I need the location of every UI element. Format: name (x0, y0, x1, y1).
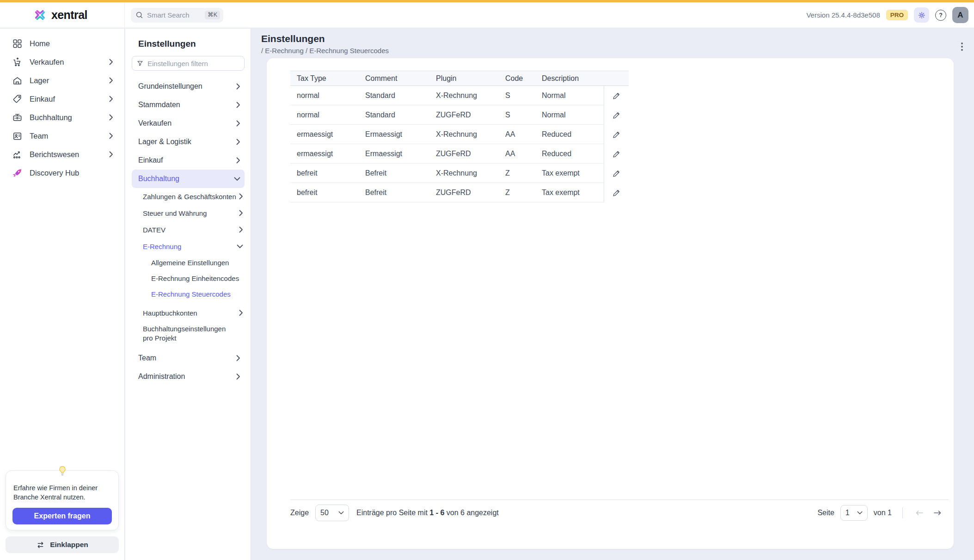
settings-nav-title: Einstellungen (138, 39, 251, 49)
cell-code: Z (505, 169, 542, 177)
cell-description: Tax exempt (542, 189, 604, 197)
settings-item-zahlungen-geschaeftskonten[interactable]: Zahlungen & Geschäftskonten (125, 188, 251, 205)
cell-tax-type: ermaessigt (297, 130, 365, 139)
sidebar-item-home[interactable]: Home (0, 34, 124, 53)
settings-item-administration[interactable]: Administration (125, 367, 251, 386)
rocket-icon (12, 168, 23, 178)
tip-card: Erfahre wie Firmen in deiner Branche Xen… (6, 470, 119, 530)
breadcrumb-e-rechnung[interactable]: / E-Rechnung (261, 47, 306, 55)
funnel-icon (137, 60, 143, 67)
cell-tax-type: normal (297, 91, 365, 100)
chevron-right-icon (239, 226, 243, 233)
search-icon (135, 11, 143, 19)
cell-code: AA (505, 130, 542, 139)
top-accent-bar (0, 0, 974, 2)
chevron-right-icon (109, 59, 113, 65)
show-label: Zeige (290, 509, 309, 517)
column-header-comment: Comment (365, 74, 436, 83)
chevron-down-icon (237, 244, 243, 249)
cell-plugin: X-Rechnung (436, 169, 505, 177)
settings-item-e-rechnung-steuercodes[interactable]: E-Rechnung Steuercodes (125, 286, 251, 302)
page-nav-group: Seite 1 von 1 (817, 505, 943, 521)
edit-row-button[interactable] (610, 166, 624, 180)
cell-code: S (505, 111, 542, 119)
cell-tax-type: ermaessigt (297, 150, 365, 158)
settings-item-buchhaltung[interactable]: Buchhaltung (132, 170, 245, 188)
settings-item-buchhaltungseinstellungen-pro-projekt[interactable]: Buchhaltungseinstellungen pro Projekt (125, 321, 251, 346)
settings-item-verkaufen[interactable]: Verkaufen (125, 114, 251, 133)
settings-item-allgemeine-einstellungen[interactable]: Allgemeine Einstellungen (125, 255, 251, 270)
settings-filter[interactable] (132, 56, 245, 71)
settings-filter-input[interactable] (147, 60, 239, 67)
pro-badge: PRO (886, 10, 908, 21)
sidebar-item-einkauf[interactable]: Einkauf (0, 90, 124, 108)
sidebar-item-discovery-hub[interactable]: Discovery Hub (0, 164, 124, 182)
next-page-button[interactable] (931, 508, 943, 518)
edit-row-button[interactable] (610, 147, 624, 161)
logo[interactable]: xentral (0, 2, 125, 28)
pagination-bar: Zeige 50 Einträge pro Seite mit 1 - 6 vo… (290, 503, 943, 523)
page-select[interactable]: 1 (840, 505, 868, 521)
cell-plugin: ZUGFeRD (436, 150, 505, 158)
chevron-right-icon (109, 133, 113, 139)
app-header: xentral ⌘K Version 25.4.4-8d3e508 PRO ? … (0, 2, 974, 28)
chevron-right-icon (236, 139, 240, 145)
settings-item-e-rechnung[interactable]: E-Rechnung (125, 238, 251, 255)
help-button[interactable]: ? (935, 10, 946, 21)
settings-item-steuer-und-waehrung[interactable]: Steuer und Währung (125, 205, 251, 221)
cell-plugin: ZUGFeRD (436, 189, 505, 197)
cell-comment: Standard (365, 91, 436, 100)
settings-item-hauptbuchkonten[interactable]: Hauptbuchkonten (125, 304, 251, 321)
chevron-right-icon (239, 193, 243, 200)
arrow-right-icon (933, 510, 942, 516)
collapse-sidebar-button[interactable]: Einklappen (6, 536, 119, 553)
cell-code: S (505, 91, 542, 100)
edit-row-button[interactable] (610, 89, 624, 103)
settings-gear-button[interactable] (914, 7, 929, 23)
sidebar-item-lager[interactable]: Lager (0, 71, 124, 90)
sidebar-item-team[interactable]: Team (0, 127, 124, 145)
pencil-icon (612, 111, 621, 120)
chevron-right-icon (236, 373, 240, 380)
pencil-icon (612, 91, 621, 100)
cell-plugin: ZUGFeRD (436, 111, 505, 119)
content-card: Tax Type Comment Plugin Code Description… (267, 58, 954, 549)
settings-item-einkauf[interactable]: Einkauf (125, 151, 251, 170)
main-content: Einstellungen / E-Rechnung / E-Rechnung … (251, 29, 974, 560)
main-sidebar: Home Verkaufen Lager Einkauf Buchhaltung… (0, 29, 125, 560)
chevron-down-icon (857, 511, 863, 515)
settings-item-stammdaten[interactable]: Stammdaten (125, 96, 251, 114)
pencil-icon (612, 150, 621, 158)
sidebar-item-berichtswesen[interactable]: Berichtswesen (0, 145, 124, 164)
smart-search[interactable]: ⌘K (131, 8, 223, 23)
chevron-right-icon (109, 77, 113, 84)
settings-item-lager-logistik[interactable]: Lager & Logistik (125, 133, 251, 151)
divider (902, 507, 903, 518)
settings-item-grundeinstellungen[interactable]: Grundeinstellungen (125, 77, 251, 96)
page-size-select[interactable]: 50 (315, 505, 349, 521)
search-input[interactable] (147, 11, 201, 19)
edit-row-button[interactable] (610, 186, 624, 200)
settings-item-team[interactable]: Team (125, 349, 251, 367)
steuercodes-table: Tax Type Comment Plugin Code Description… (290, 71, 629, 202)
cell-description: Normal (542, 91, 604, 100)
sidebar-item-buchhaltung[interactable]: Buchhaltung (0, 108, 124, 127)
sidebar-item-verkaufen[interactable]: Verkaufen (0, 53, 124, 71)
edit-row-button[interactable] (610, 128, 624, 141)
breadcrumb-e-rechnung-steuercodes[interactable]: / E-Rechnung Steuercodes (306, 47, 389, 55)
table-row: normal Standard X-Rechnung S Normal (290, 86, 629, 105)
settings-menu: Grundeinstellungen Stammdaten Verkaufen … (125, 76, 251, 386)
edit-row-button[interactable] (610, 108, 624, 122)
sidebar-item-label: Verkaufen (30, 58, 64, 67)
more-options-icon[interactable] (959, 41, 965, 53)
user-avatar[interactable]: A (952, 7, 968, 23)
ask-experts-button[interactable]: Experten fragen (12, 508, 112, 524)
xentral-logo-icon (33, 8, 47, 22)
cash-register-icon (12, 112, 23, 123)
settings-item-e-rechnung-einheitencodes[interactable]: E-Rechnung Einheitencodes (125, 270, 251, 286)
previous-page-button[interactable] (913, 508, 925, 518)
cell-tax-type: befreit (297, 189, 365, 197)
cell-description: Reduced (542, 130, 604, 139)
settings-item-datev[interactable]: DATEV (125, 221, 251, 238)
cell-plugin: X-Rechnung (436, 130, 505, 139)
